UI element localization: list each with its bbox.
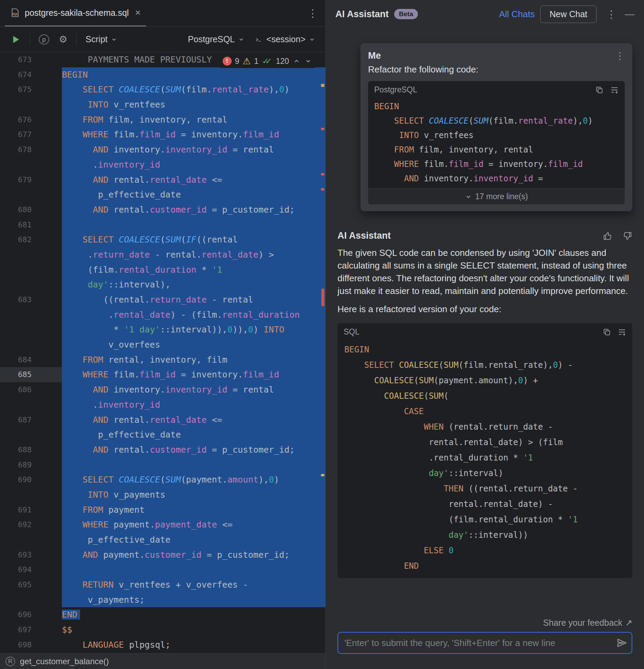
chat-input[interactable] — [337, 632, 632, 654]
next-problem-icon[interactable] — [304, 58, 312, 65]
line-number[interactable] — [0, 487, 62, 502]
new-chat-button[interactable]: New Chat — [540, 5, 597, 23]
line-number[interactable] — [0, 427, 62, 442]
code-line[interactable]: END — [62, 607, 325, 622]
code-line[interactable]: (film.rental_duration * '1 — [344, 512, 625, 528]
line-number[interactable] — [0, 262, 62, 277]
line-number[interactable] — [0, 247, 62, 262]
code-line[interactable]: SELECT COALESCE(SUM(film.rental_rate),0) — [374, 114, 619, 128]
code-line[interactable]: WHERE film.film_id = inventory.film_id — [62, 127, 325, 142]
code-line[interactable]: day'::interval), — [62, 277, 325, 292]
line-number[interactable] — [0, 532, 62, 547]
line-number[interactable]: 684 — [0, 352, 62, 367]
line-number[interactable] — [0, 97, 62, 112]
line-number[interactable]: 676 — [0, 112, 62, 127]
line-number[interactable] — [0, 322, 62, 337]
code-line[interactable]: AND inventory.inventory_id = rental — [62, 382, 325, 397]
line-number[interactable]: 686 — [0, 382, 62, 397]
line-number[interactable]: 680 — [0, 202, 62, 217]
line-number[interactable]: 696 — [0, 607, 62, 622]
line-number[interactable] — [0, 157, 62, 172]
code-line[interactable]: p_effective_date — [62, 427, 325, 442]
code-line[interactable]: .rental_duration * '1 — [344, 450, 625, 466]
code-line[interactable] — [62, 217, 325, 233]
code-line[interactable]: * '1 day'::interval)),0)),0) INTO — [62, 322, 325, 337]
line-number[interactable]: 682 — [0, 232, 62, 247]
code-line[interactable]: THEN ((rental.return_date - — [344, 481, 625, 497]
all-chats-link[interactable]: All Chats — [499, 9, 535, 20]
line-number[interactable]: 691 — [0, 502, 62, 518]
line-number[interactable]: 679 — [0, 172, 62, 188]
editor-code-area[interactable]: 673 PAYMENTS MADE PREVIOUSLY674BEGIN675 … — [0, 52, 325, 653]
code-line[interactable]: p_effective_date — [62, 187, 325, 202]
code-line[interactable]: v_payments; — [62, 592, 325, 608]
line-number[interactable]: 683 — [0, 292, 62, 307]
dialect-dropdown[interactable]: PostgreSQL — [185, 32, 248, 47]
minimize-panel-icon[interactable]: — — [625, 9, 634, 20]
script-dropdown[interactable]: Script — [82, 32, 121, 47]
line-number[interactable]: 692 — [0, 517, 62, 532]
stripe-mark-error[interactable] — [321, 173, 324, 175]
thumbs-down-icon[interactable] — [622, 231, 632, 241]
inspections-widget[interactable]: ! 9 ⚠ 1 ✓✓ 120 — [219, 54, 317, 68]
code-line[interactable]: v_overfees — [62, 337, 325, 352]
line-number[interactable]: 678 — [0, 142, 62, 157]
line-number[interactable]: 698 — [0, 637, 62, 653]
session-dropdown[interactable]: <session> — [251, 32, 319, 47]
code-line[interactable]: BEGIN — [344, 342, 625, 358]
stripe-mark-error[interactable] — [321, 188, 324, 191]
code-line[interactable]: day'::interval)) — [344, 528, 625, 543]
execute-routine-button[interactable]: p — [35, 32, 53, 47]
line-number[interactable]: 687 — [0, 412, 62, 428]
code-line[interactable]: BEGIN — [62, 67, 325, 82]
close-tab-icon[interactable]: × — [135, 7, 141, 18]
line-number[interactable]: 673 — [0, 52, 62, 67]
line-number[interactable]: 694 — [0, 562, 62, 577]
code-line[interactable]: WHEN (rental.return_date - — [344, 419, 625, 435]
soft-wrap-icon[interactable] — [610, 86, 619, 94]
scrollbar-thumb[interactable] — [321, 288, 324, 306]
code-line[interactable]: (film.rental_duration * '1 — [62, 262, 325, 277]
soft-wrap-icon[interactable] — [618, 328, 626, 336]
code-line[interactable]: FROM rental, inventory, film — [62, 352, 325, 367]
code-line[interactable]: rental.rental_date) > (film — [344, 435, 625, 450]
code-line[interactable]: .inventory_id — [62, 157, 325, 172]
code-line[interactable]: ((rental.return_date - rental — [62, 292, 325, 307]
line-number[interactable]: 693 — [0, 547, 62, 563]
code-line[interactable]: $$ — [62, 622, 325, 637]
code-line[interactable]: INTO v_rentfees — [374, 128, 619, 143]
code-line[interactable]: AND inventory.inventory_id = rental — [62, 142, 325, 157]
code-line[interactable]: FROM film, inventory, rental — [374, 143, 619, 157]
code-line[interactable]: BEGIN — [374, 99, 619, 114]
code-line[interactable]: WHERE payment.payment_date <= — [62, 517, 325, 532]
line-number[interactable]: 674 — [0, 67, 62, 82]
code-line[interactable]: p_effective_date — [62, 532, 325, 547]
line-number[interactable]: 690 — [0, 472, 62, 487]
code-line[interactable]: AND payment.customer_id = p_customer_id; — [62, 547, 325, 563]
line-number[interactable]: 685 — [0, 367, 62, 382]
code-line[interactable]: AND rental.rental_date <= — [62, 172, 325, 188]
feedback-link[interactable]: Share your feedback ↗ — [543, 618, 632, 628]
copy-icon[interactable] — [595, 86, 603, 94]
stripe-mark-error[interactable] — [321, 128, 324, 130]
code-line[interactable]: COALESCE(SUM( — [344, 388, 625, 404]
code-line[interactable]: WHERE film.film_id = inventory.film_id — [62, 367, 325, 382]
code-line[interactable]: AND inventory.inventory_id = — [374, 171, 619, 186]
line-number[interactable]: 677 — [0, 127, 62, 142]
line-number[interactable]: 697 — [0, 622, 62, 637]
editor-tab-options-icon[interactable]: ⋮ — [308, 7, 318, 19]
error-stripe[interactable] — [320, 52, 325, 653]
code-line[interactable]: SELECT COALESCE(SUM(payment.amount),0) — [62, 472, 325, 487]
line-number[interactable]: 688 — [0, 442, 62, 457]
code-line[interactable]: AND rental.customer_id = p_customer_id; — [62, 202, 325, 217]
code-line[interactable]: FROM payment — [62, 502, 325, 518]
code-line[interactable]: RETURN v_rentfees + v_overfees - — [62, 577, 325, 592]
code-line[interactable] — [62, 562, 325, 577]
line-number[interactable] — [0, 397, 62, 412]
code-line[interactable]: END — [344, 558, 625, 574]
code-line[interactable]: ELSE 0 — [344, 543, 625, 558]
code-line[interactable]: WHERE film.film_id = inventory.film_id — [374, 157, 619, 171]
code-line[interactable]: AND rental.customer_id = p_customer_id; — [62, 442, 325, 457]
code-line[interactable] — [62, 457, 325, 473]
expand-code-button[interactable]: 17 more line(s) — [368, 189, 625, 204]
